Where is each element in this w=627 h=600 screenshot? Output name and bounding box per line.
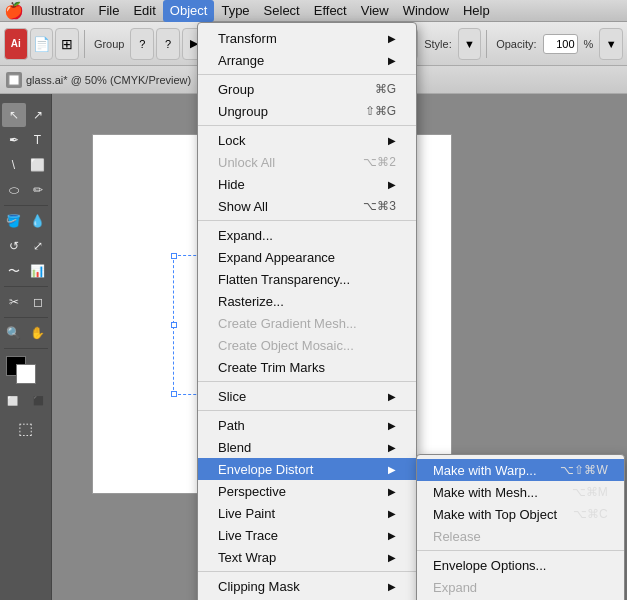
menu-hide[interactable]: Hide ▶	[198, 173, 416, 195]
style-swatch[interactable]: ▼	[458, 28, 482, 60]
tool-group-warp: 〜 📊	[2, 259, 50, 283]
arrow-icon: ▶	[388, 179, 396, 190]
menu-live-paint[interactable]: Live Paint ▶	[198, 502, 416, 524]
menu-path[interactable]: Path ▶	[198, 414, 416, 436]
rotate-tool[interactable]: ↺	[2, 234, 26, 258]
pen-tool[interactable]: ✒	[2, 128, 26, 152]
pencil-tool[interactable]: ✏	[26, 178, 50, 202]
menu-object-mosaic[interactable]: Create Object Mosaic...	[198, 334, 416, 356]
sep-5	[198, 410, 416, 411]
grid-btn[interactable]: ⊞	[55, 28, 79, 60]
menu-perspective[interactable]: Perspective ▶	[198, 480, 416, 502]
menubar-item-effect[interactable]: Effect	[307, 0, 354, 22]
tool-group-transform: ↺ ⤢	[2, 234, 50, 258]
arrow-icon: ▶	[388, 581, 396, 592]
menu-envelope-distort[interactable]: Envelope Distort ▶ Make with Warp... ⌥⇧⌘…	[198, 458, 416, 480]
menubar: 🍎 Illustrator File Edit Object Type Sele…	[0, 0, 627, 22]
menu-ungroup[interactable]: Ungroup ⇧⌘G	[198, 100, 416, 122]
arrow-icon: ▶	[388, 552, 396, 563]
color-swatches	[4, 354, 48, 384]
direct-select-tool[interactable]: ↗	[26, 103, 50, 127]
opacity-dropdown[interactable]: ▼	[599, 28, 623, 60]
svg-rect-0	[9, 75, 19, 85]
opacity-label: Opacity:	[492, 38, 540, 50]
ellipse-tool[interactable]: ⬭	[2, 178, 26, 202]
menubar-item-edit[interactable]: Edit	[126, 0, 162, 22]
paintbucket-tool[interactable]: 🪣	[2, 209, 26, 233]
hand-tool[interactable]: ✋	[26, 321, 50, 345]
eyedropper-tool[interactable]: 💧	[26, 209, 50, 233]
menubar-item-window[interactable]: Window	[396, 0, 456, 22]
scissors-tool[interactable]: ✂	[2, 290, 26, 314]
menu-clipping-mask[interactable]: Clipping Mask ▶	[198, 575, 416, 597]
submenu-make-top-object[interactable]: Make with Top Object ⌥⌘C	[417, 503, 624, 525]
sep-6	[198, 571, 416, 572]
menu-arrange[interactable]: Arrange ▶	[198, 49, 416, 71]
tool-group-draw: ✒ T	[2, 128, 50, 152]
submenu-envelope-options[interactable]: Envelope Options...	[417, 554, 624, 576]
menu-flatten[interactable]: Flatten Transparency...	[198, 268, 416, 290]
opacity-input[interactable]	[543, 34, 578, 54]
object-dropdown[interactable]: Transform ▶ Arrange ▶ Group ⌘G Ungroup ⇧…	[197, 22, 417, 600]
menu-live-trace[interactable]: Live Trace ▶	[198, 524, 416, 546]
handle-bl[interactable]	[171, 391, 177, 397]
menu-slice[interactable]: Slice ▶	[198, 385, 416, 407]
menu-expand[interactable]: Expand...	[198, 224, 416, 246]
zoom-tool[interactable]: 🔍	[2, 321, 26, 345]
menu-blend[interactable]: Blend ▶	[198, 436, 416, 458]
menu-show-all[interactable]: Show All ⌥⌘3	[198, 195, 416, 217]
menubar-item-view[interactable]: View	[354, 0, 396, 22]
tool-sep-2	[4, 286, 48, 287]
submenu-expand[interactable]: Expand	[417, 576, 624, 598]
question-btn[interactable]: ?	[130, 28, 154, 60]
menu-group[interactable]: Group ⌘G	[198, 78, 416, 100]
menubar-item-object[interactable]: Object	[163, 0, 215, 22]
graph-tool[interactable]: 📊	[26, 259, 50, 283]
menubar-item-help[interactable]: Help	[456, 0, 497, 22]
screen-mode[interactable]: ⬛	[27, 389, 51, 413]
rect-tool[interactable]: ⬜	[26, 153, 50, 177]
normal-mode[interactable]: ⬜	[1, 389, 25, 413]
opacity-unit: %	[580, 38, 598, 50]
tool-group-shape2: ⬭ ✏	[2, 178, 50, 202]
arrow-icon: ▶	[388, 33, 396, 44]
arrow-icon: ▶	[388, 420, 396, 431]
sub-sep-1	[417, 550, 624, 551]
change-screen-mode[interactable]: ⬚	[14, 416, 38, 440]
submenu-make-warp[interactable]: Make with Warp... ⌥⇧⌘W	[417, 459, 624, 481]
menubar-item-select[interactable]: Select	[257, 0, 307, 22]
background-color[interactable]	[16, 364, 36, 384]
menu-gradient-mesh[interactable]: Create Gradient Mesh...	[198, 312, 416, 334]
tool-sep-1	[4, 205, 48, 206]
sep-4	[198, 381, 416, 382]
menu-trim-marks[interactable]: Create Trim Marks	[198, 356, 416, 378]
scale-tool[interactable]: ⤢	[26, 234, 50, 258]
menubar-item-illustrator[interactable]: Illustrator	[24, 0, 91, 22]
line-tool[interactable]: \	[2, 153, 26, 177]
apple-menu[interactable]: 🍎	[4, 0, 24, 22]
menu-unlock-all[interactable]: Unlock All ⌥⌘2	[198, 151, 416, 173]
help-btn[interactable]: ?	[156, 28, 180, 60]
menu-text-wrap[interactable]: Text Wrap ▶	[198, 546, 416, 568]
handle-ml[interactable]	[171, 322, 177, 328]
eraser-tool[interactable]: ◻	[26, 290, 50, 314]
view-mode: ⬚	[14, 416, 38, 440]
menubar-item-file[interactable]: File	[91, 0, 126, 22]
arrow-icon: ▶	[388, 135, 396, 146]
mode-icons: ⬜ ⬛	[1, 389, 51, 413]
sep-2	[198, 125, 416, 126]
tool-group-select: ↖ ↗	[2, 103, 50, 127]
submenu-make-mesh[interactable]: Make with Mesh... ⌥⌘M	[417, 481, 624, 503]
menubar-item-type[interactable]: Type	[214, 0, 256, 22]
warp-tool[interactable]: 〜	[2, 259, 26, 283]
select-tool[interactable]: ↖	[2, 103, 26, 127]
envelope-submenu[interactable]: Make with Warp... ⌥⇧⌘W Make with Mesh...…	[416, 454, 625, 600]
menu-rasterize[interactable]: Rasterize...	[198, 290, 416, 312]
menu-lock[interactable]: Lock ▶	[198, 129, 416, 151]
menu-expand-appearance[interactable]: Expand Appearance	[198, 246, 416, 268]
submenu-release[interactable]: Release	[417, 525, 624, 547]
type-tool[interactable]: T	[26, 128, 50, 152]
menu-transform[interactable]: Transform ▶	[198, 27, 416, 49]
handle-tl[interactable]	[171, 253, 177, 259]
new-doc-btn[interactable]: 📄	[30, 28, 54, 60]
